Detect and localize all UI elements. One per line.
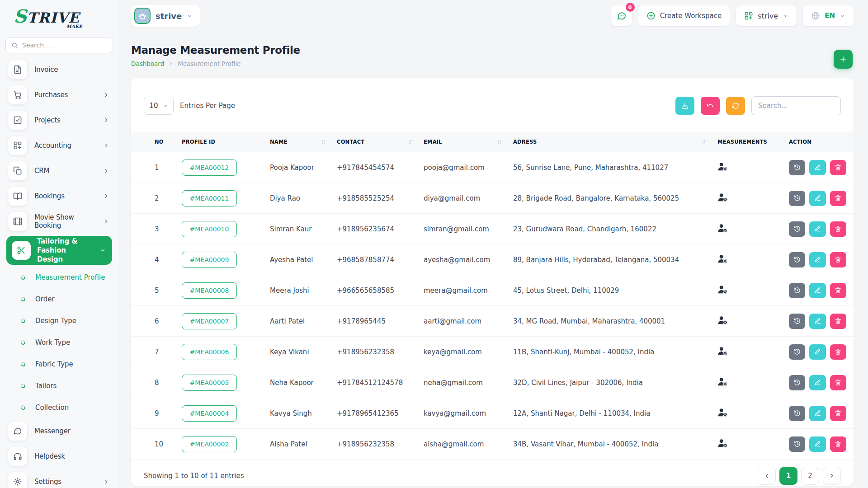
entries-per-page-select[interactable]: 10 [144, 97, 174, 115]
sidebar-subitem-design-type[interactable]: Design Type [0, 310, 118, 332]
pagination-page-1[interactable]: 1 [779, 467, 797, 485]
breadcrumb-dashboard-link[interactable]: Dashboard [131, 60, 164, 67]
table-search-input[interactable] [751, 96, 841, 115]
history-button[interactable] [789, 436, 805, 452]
delete-button[interactable] [830, 221, 846, 237]
profile-id-badge[interactable]: #MEA00007 [182, 313, 237, 329]
person-gear-icon[interactable] [717, 253, 728, 264]
undo-button[interactable] [701, 97, 720, 115]
profile-id-badge[interactable]: #MEA00006 [182, 344, 237, 360]
delete-button[interactable] [830, 344, 846, 360]
language-selector[interactable]: EN [803, 5, 854, 26]
add-profile-button[interactable] [834, 50, 853, 69]
profile-id-badge[interactable]: #MEA00010 [182, 221, 237, 237]
cell-action [789, 283, 854, 298]
person-gear-icon[interactable] [717, 223, 728, 233]
sidebar-item-purchases[interactable]: Purchases [0, 82, 118, 108]
edit-button[interactable] [809, 436, 826, 452]
column-header-measurements: MEASUREMENTS [717, 139, 789, 145]
chat-button[interactable]: 0 [611, 5, 632, 26]
sidebar-item-movie-show-booking[interactable]: Movie Show Booking [0, 209, 118, 234]
edit-button[interactable] [809, 344, 826, 360]
delete-button[interactable] [830, 283, 846, 298]
history-button[interactable] [789, 221, 805, 237]
sidebar-item-tailoring-fashion-design[interactable]: Tailoring & Fashion Design [6, 236, 112, 265]
person-gear-icon[interactable] [717, 284, 728, 295]
sidebar-item-bookings[interactable]: Bookings [0, 183, 118, 209]
profile-id-badge[interactable]: #MEA00008 [182, 282, 237, 299]
column-label: PROFILE ID [182, 139, 215, 145]
delete-button[interactable] [830, 160, 846, 175]
column-header-contact[interactable]: CONTACT [337, 139, 424, 145]
trash-icon [835, 318, 841, 324]
sidebar-item-settings[interactable]: Settings [0, 469, 118, 488]
pagination-prev[interactable] [758, 467, 776, 485]
history-button[interactable] [789, 191, 805, 206]
sidebar-subitem-fabric-type[interactable]: Fabric Type [0, 353, 118, 375]
column-header-adress[interactable]: ADRESS [513, 139, 717, 145]
sidebar-item-invoice[interactable]: Invoice [0, 57, 118, 82]
edit-button[interactable] [809, 221, 826, 237]
sidebar-item-helpdesk[interactable]: Helpdesk [0, 444, 118, 469]
pagination-next[interactable] [823, 467, 841, 485]
column-header-name[interactable]: NAME [270, 139, 337, 145]
history-button[interactable] [789, 406, 805, 421]
person-gear-icon[interactable] [717, 315, 728, 325]
edit-button[interactable] [809, 375, 826, 390]
person-gear-icon[interactable] [717, 407, 728, 418]
sidebar-subitem-work-type[interactable]: Work Type [0, 332, 118, 353]
refresh-button[interactable] [726, 97, 745, 115]
edit-button[interactable] [809, 160, 826, 175]
person-gear-icon[interactable] [717, 161, 728, 172]
cell-no: 5 [155, 286, 182, 295]
profile-id-badge[interactable]: #MEA00005 [182, 375, 237, 391]
delete-button[interactable] [830, 375, 846, 390]
sidebar-subitem-collection[interactable]: Collection [0, 397, 118, 418]
profile-id-badge[interactable]: #MEA00011 [182, 190, 237, 206]
org-selector[interactable]: strive [736, 5, 797, 26]
sidebar-subitem-tailors[interactable]: Tailors [0, 375, 118, 397]
sidebar-search-input[interactable] [22, 42, 107, 49]
sidebar-item-messenger[interactable]: Messenger [0, 418, 118, 444]
edit-button[interactable] [809, 314, 826, 329]
profile-id-badge[interactable]: #MEA00002 [182, 436, 237, 452]
sidebar-item-crm[interactable]: CRM [0, 158, 118, 183]
edit-button[interactable] [809, 252, 826, 267]
delete-button[interactable] [830, 436, 846, 452]
delete-button[interactable] [830, 406, 846, 421]
sidebar-item-projects[interactable]: Projects [0, 108, 118, 133]
delete-button[interactable] [830, 191, 846, 206]
sidebar-subitem-measurement-profile[interactable]: Measurement Profile [0, 267, 118, 288]
sidebar-subitem-order[interactable]: Order [0, 288, 118, 310]
export-download-button[interactable] [675, 97, 694, 115]
profile-id-badge[interactable]: #MEA00004 [182, 405, 237, 422]
table-footer: Showing 1 to 10 of 11 entries 12 [131, 467, 854, 485]
history-button[interactable] [789, 283, 805, 298]
edit-button[interactable] [809, 406, 826, 421]
history-button[interactable] [789, 160, 805, 175]
sidebar-item-accounting[interactable]: Accounting [0, 133, 118, 158]
chevron-down-icon [99, 247, 106, 253]
breadcrumb-current: Measurement Profile [178, 60, 241, 67]
cell-no: 6 [155, 317, 182, 325]
person-gear-icon[interactable] [717, 192, 728, 202]
history-button[interactable] [789, 252, 805, 267]
workspace-selector[interactable]: strive [131, 5, 200, 27]
profile-id-badge[interactable]: #MEA00009 [182, 252, 237, 268]
person-gear-icon[interactable] [717, 346, 728, 356]
person-gear-icon[interactable] [717, 376, 728, 387]
history-button[interactable] [789, 344, 805, 360]
history-button[interactable] [789, 314, 805, 329]
delete-button[interactable] [830, 252, 846, 267]
delete-button[interactable] [830, 314, 846, 329]
edit-button[interactable] [809, 191, 826, 206]
chat-icon [617, 11, 627, 21]
create-workspace-button[interactable]: Create Workspace [638, 5, 730, 26]
sidebar-search[interactable] [5, 37, 113, 53]
edit-button[interactable] [809, 283, 826, 298]
profile-id-badge[interactable]: #MEA00012 [182, 160, 237, 176]
pagination-page-2[interactable]: 2 [801, 467, 819, 485]
column-header-email[interactable]: EMAIL [424, 139, 513, 145]
person-gear-icon[interactable] [717, 438, 728, 448]
history-button[interactable] [789, 375, 805, 390]
